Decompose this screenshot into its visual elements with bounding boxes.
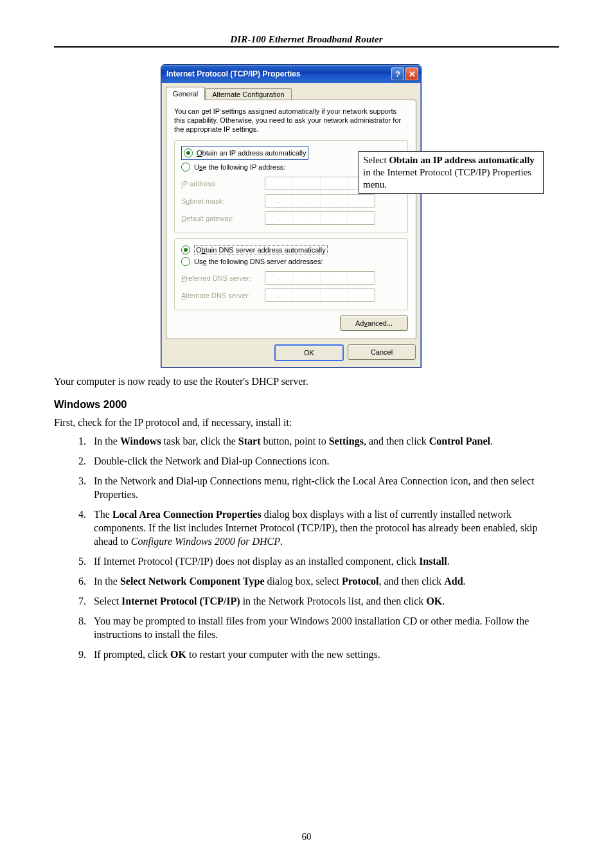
close-icon: ✕ [409,69,416,79]
preferred-dns-row: Preferred DNS server: ... [181,271,401,285]
radio-obtain-ip[interactable]: Obtain an IP address automatically [184,147,306,159]
alternate-dns-label: Alternate DNS server: [181,292,265,299]
step-3: In the Network and Dial-up Connections m… [89,474,559,501]
preferred-dns-input: ... [265,271,375,285]
dialog-title: Internet Protocol (TCP/IP) Properties [166,69,390,78]
cancel-button[interactable]: Cancel [348,344,416,360]
tab-panel-general: You can get IP settings assigned automat… [166,100,416,339]
radio-obtain-dns[interactable]: Obtain DNS server address automatically [181,244,401,256]
help-icon: ? [395,69,400,79]
step-9: If prompted, click OK to restart your co… [89,648,559,661]
step-7: Select Internet Protocol (TCP/IP) in the… [89,594,559,608]
windows-2000-heading: Windows 2000 [54,398,559,411]
tab-general[interactable]: General [166,87,205,100]
dialog-button-bar: OK Cancel [161,339,421,368]
ready-paragraph: Your computer is now ready to use the Ro… [54,375,559,388]
callout-text: Select Obtain an IP address automaticall… [363,155,535,190]
dialog-titlebar: Internet Protocol (TCP/IP) Properties ? … [161,65,421,83]
first-check-paragraph: First, check for the IP protocol and, if… [54,416,559,429]
figure-container: Internet Protocol (TCP/IP) Properties ? … [161,64,559,368]
steps-list: In the Windows task bar, click the Start… [54,434,559,661]
radio-selected-icon [181,245,190,254]
obtain-ip-highlight: Obtain an IP address automatically [181,146,308,160]
subnet-mask-label: Subnet mask: [181,197,265,205]
step-5: If Internet Protocol (TCP/IP) does not d… [89,554,559,568]
subnet-mask-input: ... [265,194,375,208]
alternate-dns-input: ... [265,288,375,302]
properties-dialog: Internet Protocol (TCP/IP) Properties ? … [161,64,422,368]
alternate-dns-row: Alternate DNS server: ... [181,288,401,302]
preferred-dns-label: Preferred DNS server: [181,274,265,282]
step-2: Double-click the Network and Dial-up Con… [89,454,559,468]
step-4: The Local Area Connection Properties dia… [89,508,559,548]
dns-groupbox: Obtain DNS server address automatically … [174,238,408,310]
ip-address-label: IP address: [181,180,265,188]
radio-selected-icon [184,148,193,157]
default-gateway-label: Default gateway: [181,215,265,222]
radio-unselected-icon [181,257,190,266]
radio-label: Use the following IP address: [194,163,285,171]
step-8: You may be prompted to install files fro… [89,614,559,641]
dialog-intro-text: You can get IP settings assigned automat… [174,107,408,134]
help-button[interactable]: ? [391,67,404,80]
radio-label: Obtain DNS server address automatically [194,245,328,254]
radio-use-dns[interactable]: Use the following DNS server addresses: [181,256,401,267]
tab-alternate-configuration[interactable]: Alternate Configuration [205,88,292,100]
close-button[interactable]: ✕ [405,67,418,80]
radio-label: Use the following DNS server addresses: [194,258,323,265]
default-gateway-input: ... [265,211,375,225]
page-number: 60 [0,831,613,842]
document-header: DIR-100 Ethernet Broadband Router [54,33,559,48]
default-gateway-row: Default gateway: ... [181,211,401,225]
advanced-button[interactable]: Advanced... [340,315,408,331]
step-1: In the Windows task bar, click the Start… [89,434,559,448]
radio-unselected-icon [181,163,190,172]
radio-label: Obtain an IP address automatically [197,149,306,157]
ok-button[interactable]: OK [274,344,344,361]
callout-box: Select Obtain an IP address automaticall… [359,151,544,194]
subnet-mask-row: Subnet mask: ... [181,194,401,208]
step-6: In the Select Network Component Type dia… [89,574,559,588]
